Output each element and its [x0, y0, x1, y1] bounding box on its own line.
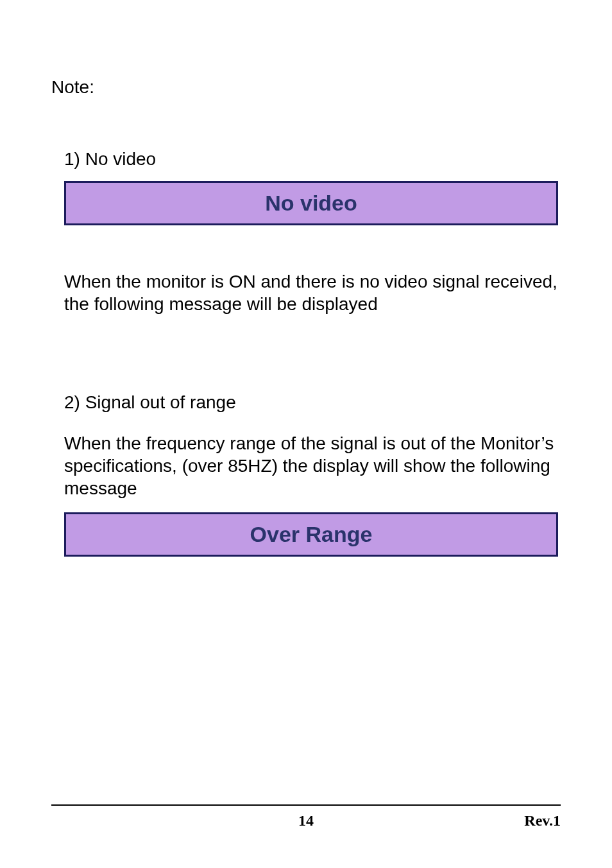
note-label: Note: [51, 77, 554, 98]
over-range-message-text: Over Range [250, 522, 373, 546]
section-1-heading: 1) No video [64, 149, 554, 169]
over-range-message-box: Over Range [64, 512, 558, 557]
section-1-paragraph: When the monitor is ON and there is no v… [64, 270, 571, 315]
document-page: Note: 1) No video No video When the moni… [0, 0, 612, 868]
page-footer: 14 Rev.1 [51, 804, 561, 829]
section-2-heading: 2) Signal out of range [64, 392, 554, 413]
page-number: 14 [51, 812, 561, 829]
no-video-message-box: No video [64, 181, 558, 225]
no-video-message-text: No video [265, 191, 357, 215]
section-2-paragraph: When the frequency range of the signal i… [64, 432, 571, 499]
